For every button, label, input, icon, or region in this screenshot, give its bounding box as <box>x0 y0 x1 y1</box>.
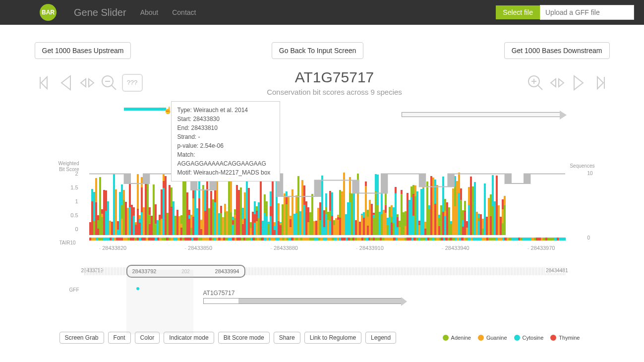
tooltip-start: Start: 28433830 <box>177 115 274 123</box>
nav-about[interactable]: About <box>140 8 159 16</box>
upstream-button[interactable]: Get 1000 Bases Upstream <box>35 42 131 59</box>
legend-cytosine: Cytosine <box>514 335 544 341</box>
bitscore-chart: Weighted Bit Score Sequences 2 1.5 1 0.5… <box>35 166 610 265</box>
upload-gff-input[interactable] <box>540 5 634 20</box>
svg-line-5 <box>538 85 542 90</box>
gff-row: GFF AT1G75717 <box>35 287 610 322</box>
legend-button[interactable]: Legend <box>365 332 396 344</box>
tooltip-type: Type: Weirauch et al. 2014 <box>177 106 274 115</box>
legend-thymine: Thymine <box>550 335 580 341</box>
tair10-label: TAIR10 <box>59 240 76 245</box>
link-regulome-button[interactable]: Link to Regulome <box>304 332 361 344</box>
right-controls <box>527 73 610 93</box>
view-highlight-region <box>126 270 193 334</box>
nucleotide-color-strip <box>89 238 565 241</box>
legend-guanine: Guanine <box>478 335 507 341</box>
bar-logo: BAR <box>40 4 57 21</box>
tooltip-end: End: 28433810 <box>177 123 274 132</box>
nav-contact[interactable]: Contact <box>172 8 196 16</box>
left-controls: ??? <box>35 73 143 93</box>
tooltip-motif: Motif: Weirauch-M2217_MADS box <box>177 168 274 177</box>
gff-label: GFF <box>69 287 79 293</box>
overview-right-coord: 28434481 <box>545 268 569 273</box>
bottom-toolbar: Screen Grab Font Color Indicator mode Bi… <box>35 332 610 344</box>
downstream-button[interactable]: Get 1000 Bases Downstream <box>504 42 610 59</box>
gff-gene-label: AT1G75717 <box>203 290 235 297</box>
skip-forward-icon[interactable] <box>592 73 610 93</box>
top-button-row: Get 1000 Bases Upstream Go Back To Input… <box>35 42 610 59</box>
nucleotide-legend: Adenine Guanine Cytosine Thymine <box>443 335 610 341</box>
gff-gene-model-arrow[interactable] <box>203 298 402 304</box>
gene-model-arrow-upper[interactable] <box>402 112 560 117</box>
step-forward-icon[interactable] <box>570 73 588 93</box>
nudge-forward-icon[interactable] <box>548 73 566 93</box>
zoom-in-icon[interactable] <box>527 73 544 93</box>
overview-window-end: 28433994 <box>215 268 239 274</box>
tooltip-strand: Strand: - <box>177 132 274 141</box>
step-back-icon[interactable] <box>57 73 74 93</box>
help-button[interactable]: ??? <box>122 74 143 92</box>
y-ticks-left: 2 1.5 1 0.5 0 <box>64 171 78 240</box>
gff-motif-marker[interactable] <box>136 287 139 290</box>
share-button[interactable]: Share <box>274 332 300 344</box>
nudge-back-icon[interactable] <box>78 73 96 93</box>
legend-adenine: Adenine <box>443 335 471 341</box>
tooltip-match: Match: AGGAGGAAAAACAGGAAGAAG <box>177 150 274 168</box>
x-axis-ticks: 28433820 28433850 28433880 28433910 2843… <box>89 245 565 251</box>
app-header: BAR Gene Slider About Contact Select fil… <box>0 0 644 25</box>
chart-bars-area[interactable] <box>89 171 565 235</box>
back-to-input-button[interactable]: Go Back To Input Screen <box>272 42 363 59</box>
bitscore-mode-button[interactable]: Bit Score mode <box>218 332 270 344</box>
controls-row: ??? AT1G75717 Conservation bit scores ac… <box>35 69 610 96</box>
motif-track-bar[interactable] <box>124 108 166 111</box>
app-title: Gene Slider <box>74 7 126 18</box>
tooltip-pvalue: p-value: 2.54e-06 <box>177 141 274 150</box>
upper-track-area: ☝ Type: Weirauch et al. 2014 Start: 2843… <box>35 101 610 166</box>
zoom-out-icon[interactable] <box>100 73 118 93</box>
gene-subtitle: Conservation bit scores across 9 species <box>143 88 527 96</box>
skip-back-icon[interactable] <box>35 73 53 93</box>
select-file-button[interactable]: Select file <box>496 5 540 19</box>
motif-tooltip: Type: Weirauch et al. 2014 Start: 284338… <box>171 101 280 181</box>
gene-id-title: AT1G75717 <box>143 69 527 86</box>
screengrab-button[interactable]: Screen Grab <box>59 332 104 344</box>
svg-line-2 <box>112 85 116 90</box>
y-axis-right-label: Sequences <box>570 163 594 169</box>
